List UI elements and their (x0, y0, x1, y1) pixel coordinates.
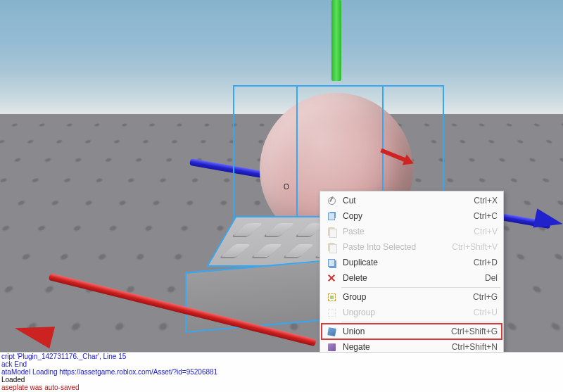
menu-shortcut: Ctrl+Shift+N (452, 342, 498, 352)
menu-item-duplicate[interactable]: DuplicateCtrl+D (322, 255, 502, 270)
menu-label: Ungroup (343, 308, 474, 317)
menu-label: Negate (343, 342, 452, 352)
output-line: ack End (1, 360, 562, 368)
menu-item-copy[interactable]: CopyCtrl+C (322, 208, 502, 224)
menu-shortcut: Ctrl+D (474, 258, 498, 267)
menu-label: Cut (343, 196, 474, 206)
menu-item-paste: PasteCtrl+V (322, 224, 502, 239)
menu-item-paste-into-selected: Paste Into SelectedCtrl+Shift+V (322, 239, 502, 255)
cut-icon (324, 195, 339, 206)
menu-shortcut: Ctrl+Shift+V (452, 242, 498, 252)
menu-shortcut: Ctrl+V (474, 227, 498, 236)
output-line: Loaded (1, 376, 562, 384)
paste-icon (324, 241, 339, 253)
duplicate-icon (324, 257, 339, 268)
menu-shortcut: Ctrl+G (473, 292, 498, 302)
menu-item-delete[interactable]: DeleteDel (322, 270, 502, 286)
output-panel[interactable]: cript 'Plugin_142731176._Char', Line 15a… (0, 352, 563, 392)
menu-label: Union (343, 327, 451, 336)
menu-label: Paste Into Selected (343, 242, 452, 252)
origin-label: O (284, 183, 289, 191)
3d-viewport[interactable]: O CutCtrl+XCopyCtrl+CPasteCtrl+VPaste In… (0, 0, 563, 352)
ungroup-icon (324, 307, 339, 318)
menu-label: Delete (343, 273, 485, 283)
union-icon (324, 326, 339, 337)
menu-shortcut: Del (485, 273, 498, 283)
menu-shortcut: Ctrl+U (474, 308, 498, 317)
negate-icon (324, 341, 339, 352)
output-line: aseplate was auto-saved (1, 384, 562, 391)
menu-shortcut: Ctrl+C (474, 211, 498, 221)
output-line: cript 'Plugin_142731176._Char', Line 15 (1, 353, 562, 360)
menu-item-cut[interactable]: CutCtrl+X (322, 193, 502, 208)
menu-label: Copy (343, 211, 474, 221)
output-line: ataModel Loading https://assetgame.roblo… (1, 368, 562, 376)
context-menu: CutCtrl+XCopyCtrl+CPasteCtrl+VPaste Into… (320, 191, 504, 352)
menu-shortcut: Ctrl+X (474, 196, 498, 206)
menu-label: Group (343, 292, 473, 302)
group-icon (324, 291, 339, 303)
delete-icon (324, 272, 339, 284)
menu-label: Duplicate (343, 258, 474, 267)
copy-icon (324, 210, 339, 222)
x-axis-arrow[interactable] (0, 269, 331, 289)
menu-item-group[interactable]: GroupCtrl+G (322, 289, 502, 305)
menu-item-negate[interactable]: NegateCtrl+Shift+N (322, 339, 502, 352)
menu-item-union[interactable]: UnionCtrl+Shift+G (322, 324, 502, 339)
menu-item-ungroup: UngroupCtrl+U (322, 305, 502, 320)
menu-shortcut: Ctrl+Shift+G (451, 327, 498, 336)
menu-separator (341, 322, 500, 322)
y-axis-arrow[interactable] (331, 0, 341, 81)
paste-icon (324, 226, 339, 237)
brick-part[interactable] (160, 216, 329, 315)
menu-separator (341, 287, 500, 288)
menu-label: Paste (343, 227, 474, 236)
